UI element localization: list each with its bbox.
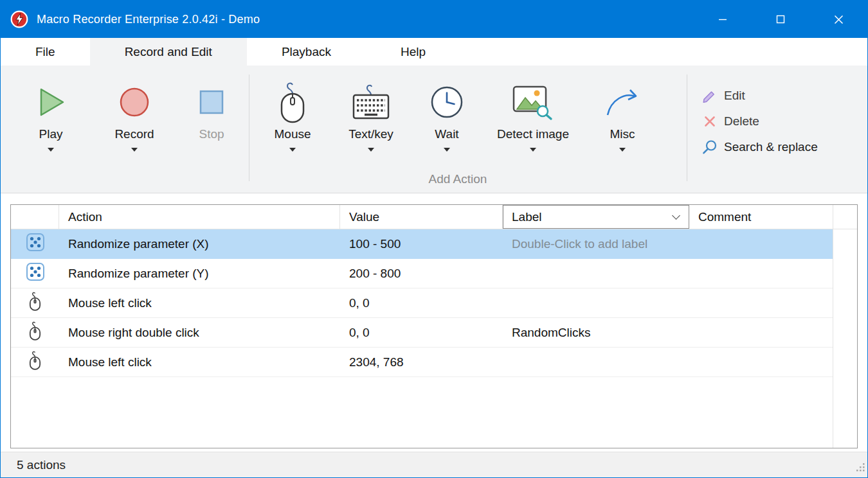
label-column-header: Label	[512, 210, 542, 224]
stop-icon	[197, 81, 226, 123]
image-search-icon	[512, 81, 554, 123]
record-icon	[118, 81, 151, 123]
misc-dropdown-chevron-icon[interactable]	[619, 148, 626, 152]
search-replace-label: Search & replace	[724, 140, 818, 154]
maximize-icon	[776, 15, 785, 24]
tab-record-and-edit[interactable]: Record and Edit	[90, 38, 247, 66]
row-label[interactable]: RandomClicks	[503, 326, 689, 340]
play-button[interactable]: Play	[12, 66, 89, 193]
text-key-button[interactable]: Text/key	[330, 66, 411, 152]
tab-playback[interactable]: Playback	[247, 38, 366, 66]
play-dropdown-chevron-icon[interactable]	[48, 148, 54, 152]
row-value: 100 - 500	[340, 237, 503, 251]
app-logo-icon	[10, 10, 28, 28]
mouse-icon	[28, 292, 42, 315]
ribbon-separator	[249, 75, 249, 181]
mouse-dropdown-chevron-icon[interactable]	[289, 148, 296, 152]
icon-column-header	[11, 205, 59, 229]
action-column-header[interactable]: Action	[59, 205, 340, 229]
pencil-icon	[701, 87, 718, 103]
mouse-label: Mouse	[274, 127, 311, 141]
action-count: 5 actions	[17, 458, 66, 472]
stop-label: Stop	[199, 127, 224, 141]
clock-icon	[429, 81, 464, 123]
edit-label: Edit	[724, 89, 745, 103]
wait-button[interactable]: Wait	[411, 66, 482, 152]
add-action-group: Mouse Text/key	[255, 66, 661, 193]
detect-image-dropdown-chevron-icon[interactable]	[530, 148, 536, 152]
table-row[interactable]: Mouse left click 2304, 768	[11, 348, 833, 377]
empty-list-area	[11, 377, 833, 448]
action-list-header: Action Value Label Comment	[11, 205, 833, 229]
tab-playback-label: Playback	[282, 45, 331, 59]
detect-image-button[interactable]: Detect image	[482, 66, 584, 152]
delete-x-icon	[701, 114, 718, 128]
maximize-button[interactable]	[752, 1, 809, 38]
delete-label: Delete	[724, 114, 759, 128]
misc-label: Misc	[610, 127, 635, 141]
row-action: Randomize parameter (X)	[59, 237, 340, 251]
row-action: Randomize parameter (Y)	[59, 267, 340, 281]
record-dropdown-chevron-icon[interactable]	[131, 148, 138, 152]
mouse-icon	[28, 351, 42, 374]
dice-icon	[26, 233, 45, 255]
record-label: Record	[114, 127, 154, 141]
playback-button-group: Play Record Stop	[1, 66, 244, 193]
tab-file-label: File	[35, 45, 55, 59]
resize-grip-icon[interactable]	[856, 461, 865, 475]
edit-button-group: Edit Delete Search & replace	[692, 66, 867, 193]
close-button[interactable]	[809, 1, 867, 38]
play-label: Play	[39, 127, 63, 141]
table-row[interactable]: Randomize parameter (X) 100 - 500 Double…	[11, 229, 833, 259]
ribbon-tabbar: File Record and Edit Playback Help	[1, 38, 867, 66]
chevron-down-icon	[672, 211, 680, 220]
table-row[interactable]: Mouse right double click 0, 0 RandomClic…	[11, 318, 833, 348]
dice-icon	[26, 262, 45, 285]
table-row[interactable]: Randomize parameter (Y) 200 - 800	[11, 259, 833, 288]
app-window: Macro Recorder Enterprise 2.0.42i - Demo…	[0, 0, 868, 478]
row-label[interactable]: Double-Click to add label	[503, 237, 689, 251]
stop-button[interactable]: Stop	[179, 66, 244, 193]
text-key-dropdown-chevron-icon[interactable]	[368, 148, 374, 152]
row-value: 0, 0	[340, 296, 503, 310]
comment-column-header[interactable]: Comment	[689, 205, 833, 229]
tab-help[interactable]: Help	[366, 38, 460, 66]
row-action: Mouse right double click	[59, 326, 340, 340]
row-value: 2304, 768	[340, 355, 503, 369]
magnifier-icon	[701, 139, 718, 155]
minimize-icon	[718, 15, 727, 24]
detect-image-label: Detect image	[497, 127, 569, 141]
label-filter-dropdown[interactable]: Label	[503, 205, 689, 229]
action-list: Action Value Label Comment	[10, 204, 858, 448]
row-action: Mouse left click	[59, 355, 340, 369]
play-icon	[33, 81, 69, 123]
wait-dropdown-chevron-icon[interactable]	[444, 148, 450, 152]
statusbar: 5 actions	[1, 452, 867, 477]
record-button[interactable]: Record	[89, 66, 179, 193]
text-key-label: Text/key	[348, 127, 393, 141]
ribbon-separator	[687, 75, 687, 181]
row-value: 200 - 800	[340, 267, 503, 281]
misc-button[interactable]: Misc	[584, 66, 661, 152]
keyboard-icon	[352, 81, 390, 123]
tab-record-and-edit-label: Record and Edit	[125, 45, 212, 59]
delete-button[interactable]: Delete	[701, 114, 858, 128]
close-icon	[834, 15, 844, 24]
vertical-scrollbar-area[interactable]	[833, 205, 857, 448]
window-controls	[694, 1, 867, 38]
add-action-caption: Add Action	[255, 172, 661, 193]
mouse-button[interactable]: Mouse	[255, 66, 330, 152]
macro-editor-content: Action Value Label Comment	[1, 193, 867, 452]
table-row[interactable]: Mouse left click 0, 0	[11, 288, 833, 318]
minimize-button[interactable]	[694, 1, 752, 38]
value-column-header[interactable]: Value	[340, 205, 503, 229]
mouse-icon	[28, 321, 42, 344]
tab-file[interactable]: File	[1, 38, 90, 66]
tab-help-label: Help	[401, 45, 426, 59]
titlebar: Macro Recorder Enterprise 2.0.42i - Demo	[1, 1, 867, 38]
ribbon: Play Record Stop	[1, 66, 867, 193]
edit-button[interactable]: Edit	[701, 87, 858, 103]
search-replace-button[interactable]: Search & replace	[701, 139, 858, 155]
curved-arrow-icon	[604, 81, 640, 123]
mouse-icon	[276, 81, 309, 123]
